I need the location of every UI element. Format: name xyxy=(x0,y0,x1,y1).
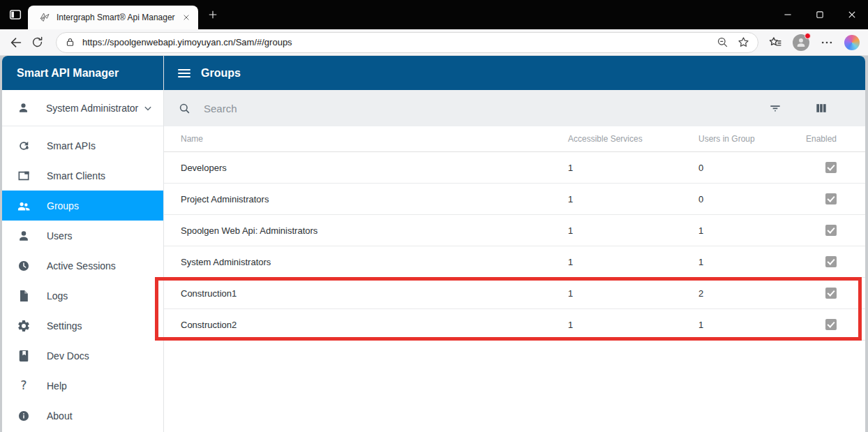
plus-icon xyxy=(207,8,219,21)
enabled-checkbox[interactable] xyxy=(825,225,837,236)
table-row[interactable]: Construction112 xyxy=(164,278,865,309)
columns-icon xyxy=(814,101,828,115)
table-header: Name Accessible Services Users in Group … xyxy=(164,126,865,152)
notification-dot xyxy=(805,33,811,39)
about-icon xyxy=(17,409,31,423)
enabled-checkbox[interactable] xyxy=(825,288,837,299)
filter-button[interactable] xyxy=(768,100,783,116)
back-button[interactable] xyxy=(6,32,27,53)
favorite-star-button[interactable] xyxy=(735,35,751,50)
minimize-icon xyxy=(781,8,795,22)
person-icon xyxy=(17,101,30,114)
sidebar-item-groups[interactable]: Groups xyxy=(2,191,163,221)
favorites-button[interactable] xyxy=(767,34,784,51)
sidebar-item-settings[interactable]: Settings xyxy=(2,311,163,341)
tab-close-button[interactable] xyxy=(180,11,193,24)
help-icon xyxy=(17,379,31,393)
table-row[interactable]: System Administrators11 xyxy=(164,246,865,278)
sidebar-item-label: Settings xyxy=(47,320,82,332)
sidebar-item-help[interactable]: Help xyxy=(2,371,163,401)
enabled-checkbox[interactable] xyxy=(825,256,837,267)
sidebar-item-about[interactable]: About xyxy=(2,401,163,431)
refresh-button[interactable] xyxy=(27,32,47,53)
cell-accessible-services: 1 xyxy=(568,288,698,299)
sidebar-item-label: Active Sessions xyxy=(47,260,116,271)
active-sessions-icon xyxy=(17,259,31,273)
table-row[interactable]: Spoolgen Web Api: Administrators11 xyxy=(164,215,865,246)
column-header-users-in-group[interactable]: Users in Group xyxy=(698,134,796,144)
column-header-accessible-services[interactable]: Accessible Services xyxy=(568,134,698,144)
sidebar-item-label: Groups xyxy=(47,200,79,211)
table-row[interactable]: Developers10 xyxy=(164,152,865,184)
lock-icon[interactable] xyxy=(65,37,75,47)
dev-docs-icon xyxy=(17,349,31,363)
sidebar-item-dev-docs[interactable]: Dev Docs xyxy=(2,341,163,371)
user-name: System Administrator xyxy=(46,103,138,114)
table-body: Developers10Project Administrators10Spoo… xyxy=(164,152,865,341)
cell-accessible-services: 1 xyxy=(568,320,698,330)
cell-users-in-group: 0 xyxy=(698,163,796,173)
cell-name: Construction2 xyxy=(181,320,568,330)
enabled-checkbox[interactable] xyxy=(825,162,837,173)
star-icon xyxy=(737,36,750,49)
intergraph-favicon xyxy=(39,12,50,23)
toolbar-right xyxy=(767,34,860,51)
cell-enabled xyxy=(796,319,837,331)
filter-icon xyxy=(768,101,782,115)
cell-name: Spoolgen Web Api: Administrators xyxy=(181,225,568,236)
close-button[interactable] xyxy=(836,0,868,29)
maximize-icon xyxy=(813,8,827,22)
browser-tab[interactable]: Intergraph Smart® Api Manager xyxy=(28,6,198,29)
sidebar-item-smart-clients[interactable]: Smart Clients xyxy=(2,161,163,191)
zoom-out-button[interactable] xyxy=(714,35,730,50)
sidebar-item-label: About xyxy=(47,410,73,422)
maximize-button[interactable] xyxy=(804,0,836,29)
sidebar-item-label: Smart APIs xyxy=(47,140,96,151)
browser-menu-button[interactable] xyxy=(818,34,835,51)
logs-icon xyxy=(17,289,31,303)
table-row[interactable]: Construction211 xyxy=(164,309,865,341)
cell-name: Project Administrators xyxy=(181,194,568,204)
sidebar-nav: Smart APIsSmart ClientsGroupsUsersActive… xyxy=(2,126,163,431)
column-header-enabled[interactable]: Enabled xyxy=(796,134,837,144)
favorites-icon xyxy=(768,35,783,50)
menu-icon[interactable] xyxy=(178,69,190,77)
copilot-button[interactable] xyxy=(844,35,860,50)
enabled-checkbox[interactable] xyxy=(825,193,837,204)
sidebar-item-logs[interactable]: Logs xyxy=(2,281,163,311)
url-input[interactable] xyxy=(81,36,709,48)
sidebar-item-label: Dev Docs xyxy=(47,350,89,362)
table-row[interactable]: Project Administrators10 xyxy=(164,184,865,215)
enabled-checkbox[interactable] xyxy=(825,319,837,330)
cell-users-in-group: 1 xyxy=(698,320,796,330)
search-input[interactable] xyxy=(202,102,768,115)
user-menu[interactable]: System Administrator xyxy=(2,90,163,126)
sidebar-item-smart-apis[interactable]: Smart APIs xyxy=(2,131,163,161)
sidebar-item-label: Smart Clients xyxy=(47,170,105,181)
tab-title: Intergraph Smart® Api Manager xyxy=(57,13,176,22)
sidebar-item-active-sessions[interactable]: Active Sessions xyxy=(2,251,163,281)
minimize-button[interactable] xyxy=(772,0,804,29)
column-header-name[interactable]: Name xyxy=(181,134,568,144)
browser-viewport: Smart API Manager System Administrator S… xyxy=(0,56,868,432)
smart-clients-icon xyxy=(17,169,31,183)
back-icon xyxy=(8,35,24,50)
app-brand: Smart API Manager xyxy=(2,56,163,90)
sidebar-item-label: Logs xyxy=(47,290,68,301)
cell-users-in-group: 1 xyxy=(698,257,796,267)
columns-button[interactable] xyxy=(814,100,829,116)
close-icon xyxy=(181,12,192,23)
new-tab-button[interactable] xyxy=(205,7,220,22)
cell-enabled xyxy=(796,256,837,268)
cell-users-in-group: 0 xyxy=(698,194,796,204)
sidebar: Smart API Manager System Administrator S… xyxy=(2,56,164,432)
profile-avatar[interactable] xyxy=(793,34,809,51)
cell-accessible-services: 1 xyxy=(568,225,698,236)
chevron-down-icon xyxy=(141,101,155,115)
groups-icon xyxy=(17,199,31,213)
address-bar[interactable] xyxy=(56,32,758,53)
tab-actions-button[interactable] xyxy=(7,6,24,23)
cell-accessible-services: 1 xyxy=(568,257,698,267)
sidebar-item-users[interactable]: Users xyxy=(2,221,163,251)
cell-accessible-services: 1 xyxy=(568,163,698,173)
